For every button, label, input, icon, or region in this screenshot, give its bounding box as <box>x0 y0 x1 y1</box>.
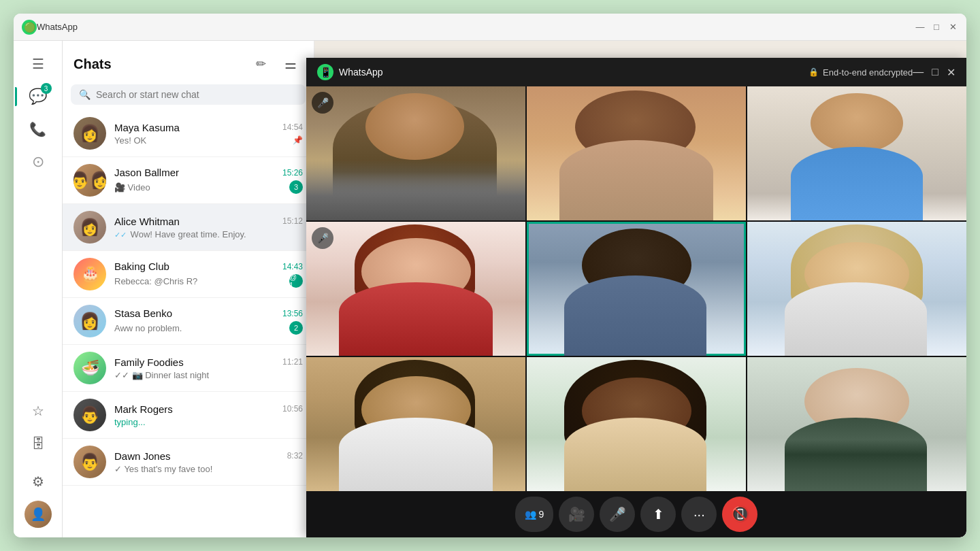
chat-list-header: Chats ✏ ⚌ <box>63 41 314 82</box>
sidebar-item-status[interactable]: ⊙ <box>23 147 53 177</box>
starred-icon: ☆ <box>32 403 44 419</box>
double-check-icon: ✓✓ <box>114 231 127 239</box>
end-call-button[interactable]: 📵 <box>722 497 757 532</box>
search-input[interactable] <box>96 89 297 100</box>
chat-time: 15:12 <box>282 216 303 226</box>
share-screen-button[interactable]: ⬆ <box>640 497 676 532</box>
avatar: 👩 <box>74 211 106 244</box>
unread-badge: 2 <box>289 321 303 335</box>
chat-name: Jason Ballmer <box>114 167 179 178</box>
video-cell <box>527 357 746 491</box>
menu-icon: ☰ <box>32 56 44 72</box>
chat-msg-row: Rebecca: @Chris R? @ 1 <box>114 274 303 288</box>
app-logo: 🟢 <box>22 20 37 35</box>
chat-name-row: Family Foodies 11:21 <box>114 356 303 368</box>
calls-icon: 📞 <box>29 121 46 137</box>
list-item[interactable]: 👩 Maya Kasuma 14:54 Yes! OK 📌 <box>63 110 314 157</box>
more-options-button[interactable]: ··· <box>681 497 717 532</box>
chat-info: Maya Kasuma 14:54 Yes! OK 📌 <box>114 122 303 146</box>
list-item[interactable]: 🍜 Family Foodies 11:21 ✓✓ 📷 Dinner last … <box>63 345 314 392</box>
video-minimize-button[interactable]: — <box>913 66 924 79</box>
chat-time: 10:56 <box>282 404 303 414</box>
avatar: 👩 <box>74 117 106 150</box>
new-chat-button[interactable]: ✏ <box>248 52 273 76</box>
new-chat-icon: ✏ <box>256 56 266 71</box>
archived-icon: 🗄 <box>31 436 45 452</box>
chat-name-row: Baking Club 14:43 <box>114 261 303 272</box>
video-window-controls: — □ ✕ <box>913 66 956 79</box>
camera-icon: 🎥 <box>568 506 585 522</box>
sidebar-item-settings[interactable]: ⚙ <box>23 467 53 497</box>
icon-sidebar: ☰ 💬 3 📞 ⊙ ☆ 🗄 ⚙ <box>14 41 63 537</box>
video-cell-active <box>527 222 746 356</box>
list-item[interactable]: 🎂 Baking Club 14:43 Rebecca: @Chris R? @… <box>63 251 314 298</box>
chat-info: Stasa Benko 13:56 Aww no problem. 2 <box>114 307 303 335</box>
video-close-button[interactable]: ✕ <box>947 66 956 79</box>
chat-name: Stasa Benko <box>114 307 172 319</box>
unread-badge: 3 <box>289 180 303 194</box>
chat-name: Maya Kasuma <box>114 122 180 133</box>
filter-button[interactable]: ⚌ <box>278 52 303 76</box>
video-cell <box>306 357 525 491</box>
chat-msg-row: 🎥 Video 3 <box>114 180 303 194</box>
settings-icon: ⚙ <box>32 473 44 490</box>
video-maximize-button[interactable]: □ <box>932 66 938 79</box>
list-item[interactable]: 👨 Mark Rogers 10:56 typing... <box>63 392 314 439</box>
chat-list: 👩 Maya Kasuma 14:54 Yes! OK 📌 <box>63 110 314 537</box>
close-button[interactable]: ✕ <box>947 22 958 33</box>
participants-icon: 👥 <box>525 509 536 520</box>
chat-msg-row: Yes! OK 📌 <box>114 135 303 146</box>
chat-time: 15:26 <box>282 168 303 178</box>
participants-button[interactable]: 👥 9 <box>515 497 554 532</box>
chat-name: Family Foodies <box>114 356 184 368</box>
video-toggle-button[interactable]: 🎥 <box>559 497 594 532</box>
chat-msg-row: ✓ Yes that's my fave too! <box>114 464 303 474</box>
chat-info: Mark Rogers 10:56 typing... <box>114 403 303 427</box>
chat-name-row: Mark Rogers 10:56 <box>114 403 303 415</box>
sidebar-item-chats[interactable]: 💬 3 <box>23 82 53 112</box>
video-cell: 🎤 <box>306 222 525 356</box>
chat-list-panel: Chats ✏ ⚌ 🔍 👩 <box>63 41 314 537</box>
chat-message: ✓✓ 📷 Dinner last night <box>114 370 209 380</box>
avatar: 👨 <box>74 446 106 478</box>
mute-indicator: 🎤 <box>312 92 333 114</box>
mute-icon: 🎤 <box>317 97 329 108</box>
sidebar-item-starred[interactable]: ☆ <box>23 396 53 426</box>
more-icon: ··· <box>693 507 705 522</box>
chat-time: 13:56 <box>282 309 303 318</box>
chat-name: Alice Whitman <box>114 216 180 227</box>
avatar: 👩 <box>74 305 106 337</box>
chat-name-row: Maya Kasuma 14:54 <box>114 122 303 133</box>
chat-info: Alice Whitman 15:12 ✓✓ Wow! Have great t… <box>114 216 303 239</box>
participants-count: 9 <box>539 509 544 520</box>
video-call-window: 📱 WhatsApp 🔒 End-to-end endcrypted — □ ✕ <box>306 58 966 537</box>
video-cell <box>747 357 966 491</box>
app-title: WhatsApp <box>37 22 915 32</box>
maximize-button[interactable]: □ <box>931 22 942 33</box>
video-cell <box>527 86 746 220</box>
avatar: 👨‍👩 <box>74 164 106 197</box>
end-call-icon: 📵 <box>731 505 749 523</box>
list-item[interactable]: 👩 Alice Whitman 15:12 ✓✓ Wow! Have great… <box>63 204 314 251</box>
chat-message: ✓ Yes that's my fave too! <box>114 464 212 474</box>
title-bar: 🟢 WhatsApp — □ ✕ <box>14 14 966 41</box>
sidebar-item-archived[interactable]: 🗄 <box>23 429 53 458</box>
minimize-button[interactable]: — <box>915 22 926 33</box>
sidebar-item-profile[interactable]: 👤 <box>23 499 53 529</box>
chat-info: Family Foodies 11:21 ✓✓ 📷 Dinner last ni… <box>114 356 303 380</box>
chat-time: 14:43 <box>282 262 303 271</box>
microphone-icon: 🎤 <box>609 506 626 522</box>
video-app-name: WhatsApp <box>339 67 808 78</box>
chat-name-row: Alice Whitman 15:12 <box>114 216 303 227</box>
sidebar-item-calls[interactable]: 📞 <box>23 114 53 144</box>
chat-msg-row: typing... <box>114 417 303 427</box>
search-input-wrap: 🔍 <box>71 84 306 105</box>
list-item[interactable]: 👩 Stasa Benko 13:56 Aww no problem. 2 <box>63 298 314 345</box>
mic-button[interactable]: 🎤 <box>600 497 635 532</box>
encryption-text: End-to-end endcrypted <box>823 67 913 78</box>
list-item[interactable]: 👨‍👩 Jason Ballmer 15:26 🎥 Video 3 <box>63 157 314 204</box>
chats-badge: 3 <box>41 83 52 94</box>
status-icon: ⊙ <box>32 153 44 171</box>
sidebar-menu-button[interactable]: ☰ <box>23 49 53 79</box>
list-item[interactable]: 👨 Dawn Jones 8:32 ✓ Yes that's my fave t… <box>63 439 314 486</box>
